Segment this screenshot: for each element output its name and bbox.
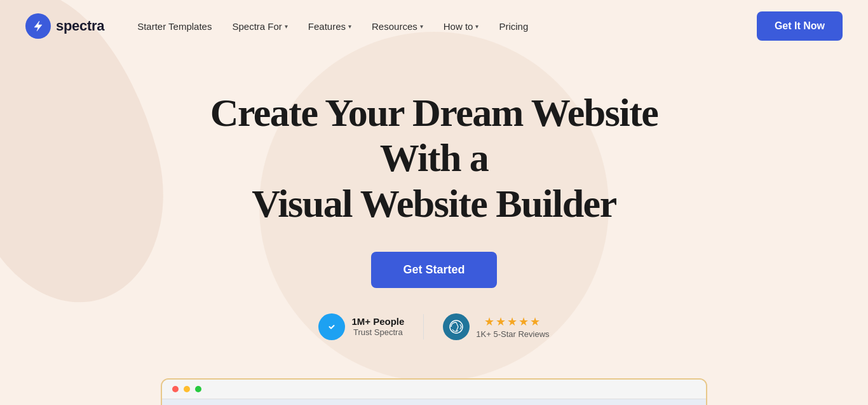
trust-proof: 1M+ People Trust Spectra — [318, 313, 404, 340]
browser-content — [162, 399, 706, 405]
browser-dot-green — [195, 386, 201, 392]
nav-resources[interactable]: Resources ▾ — [364, 16, 431, 37]
resources-chevron: ▾ — [420, 23, 423, 30]
get-it-now-button[interactable]: Get It Now — [757, 11, 843, 41]
hero-title: Create Your Dream Website With a Visual … — [180, 90, 688, 226]
nav-spectra-for[interactable]: Spectra For ▾ — [224, 16, 295, 37]
browser-dot-yellow — [184, 386, 190, 392]
logo-link[interactable]: spectra — [25, 13, 104, 39]
browser-dot-red — [172, 386, 179, 392]
logo-icon — [25, 13, 51, 39]
get-started-button[interactable]: Get Started — [371, 252, 496, 288]
nav-links: Starter Templates Spectra For ▾ Features… — [130, 16, 536, 37]
logo-text: spectra — [56, 18, 104, 34]
nav-left: spectra Starter Templates Spectra For ▾ … — [25, 13, 536, 39]
nav-starter-templates[interactable]: Starter Templates — [130, 16, 219, 37]
reviews-proof: ★★★★★ 1K+ 5-Star Reviews — [443, 313, 549, 340]
trust-text: 1M+ People Trust Spectra — [351, 316, 404, 337]
svg-point-0 — [448, 319, 465, 335]
navbar: spectra Starter Templates Spectra For ▾ … — [0, 0, 868, 52]
browser-bar — [162, 380, 706, 399]
features-chevron: ▾ — [348, 23, 351, 30]
reviews-text: ★★★★★ 1K+ 5-Star Reviews — [476, 315, 549, 339]
hero-section: Create Your Dream Website With a Visual … — [0, 52, 868, 366]
nav-howto[interactable]: How to ▾ — [436, 16, 487, 37]
social-proof: 1M+ People Trust Spectra ★★★★★ — [318, 313, 549, 340]
spectra-for-chevron: ▾ — [285, 23, 288, 30]
nav-pricing[interactable]: Pricing — [491, 16, 536, 37]
browser-mockup — [161, 378, 707, 405]
howto-chevron: ▾ — [475, 23, 478, 30]
wordpress-icon — [443, 313, 470, 340]
nav-features[interactable]: Features ▾ — [301, 16, 359, 37]
verified-icon — [318, 313, 345, 340]
proof-divider — [423, 314, 424, 340]
